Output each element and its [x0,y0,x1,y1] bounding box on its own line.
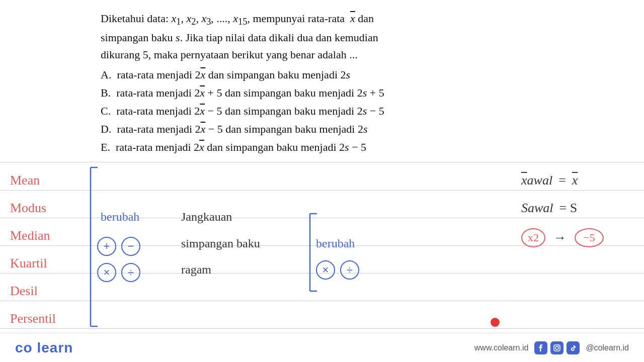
berubah-right-text: berubah [316,237,355,250]
blue-bracket-mid [306,213,321,292]
option-d: D. rata-rata menjadi 2x − 5 dan simpanga… [101,121,624,138]
sawal-label: Sawal [521,201,553,216]
divide-op-right: ÷ [340,260,359,280]
ops-row-times-divide: × ÷ [97,263,140,282]
eq-sign-1: = [558,173,566,188]
footer: co learn www.colearn.id [0,333,644,362]
option-b: B. rata-rata menjadi 2x + 5 dan simpanga… [101,84,624,102]
ops-row-right: × ÷ [316,260,359,280]
times-op: × [97,263,116,282]
cursor-dot [491,318,500,327]
xawal-label: xawal [521,173,552,188]
divide-op: ÷ [121,263,140,282]
svg-point-8 [558,345,559,346]
svg-rect-6 [554,345,560,351]
eq-sign-2: = S [559,201,578,216]
footer-logo: co learn [15,340,73,356]
option-a: A. rata-rata menjadi 2x dan simpangan ba… [101,66,624,83]
berubah-left-text: berubah [101,210,139,224]
annotation-area: Mean Modus Median Kuartil Desil Persenti… [0,162,644,353]
label-median: Median [10,222,56,249]
ops-row-plus-minus: + − [97,237,140,256]
label-modus: Modus [10,194,56,222]
circle-neg5: −5 [575,228,604,247]
footer-url: www.colearn.id [474,343,529,352]
question-intro: Diketahui data: x1, x2, x3, ...., x15, m… [101,10,624,63]
svg-point-7 [555,346,558,349]
plus-op: + [97,237,116,256]
label-desil: Desil [10,277,56,305]
question-area: Diketahui data: x1, x2, x3, ...., x15, m… [0,0,644,162]
eq-line-transform: x2 → −5 [521,224,604,251]
footer-handle: @colearn.id [586,343,629,352]
label-mean: Mean [10,166,56,194]
right-equations: xawal = x Sawal = S x2 → −5 [521,166,604,251]
eq-line-std: Sawal = S [521,194,604,222]
instagram-icon[interactable] [550,341,564,354]
left-labels: Mean Modus Median Kuartil Desil Persenti… [10,166,56,332]
grid-line-6 [0,328,644,329]
option-e: E. rata-rata menjadi 2x dan simpangan ba… [101,139,624,156]
label-kuartil: Kuartil [10,249,56,277]
circle-x2: x2 [521,228,545,247]
times-op-right: × [316,260,335,280]
arrow-symbol: → [553,230,567,245]
options-list: A. rata-rata menjadi 2x dan simpangan ba… [101,66,624,156]
xbar-val: x [572,173,578,188]
eq-line-mean: xawal = x [521,166,604,194]
ragam-label: ragam [181,263,211,277]
option-c: C. rata-rata menjadi 2x − 5 dan simpanga… [101,103,624,120]
simpangan-baku-label: simpangan baku [181,237,260,250]
footer-right: www.colearn.id [474,341,629,354]
jangkauan-label: Jangkauan [181,210,232,224]
facebook-icon[interactable] [534,341,547,354]
tiktok-icon[interactable] [567,341,580,354]
minus-op: − [121,237,140,256]
label-persentil: Persentil [10,305,56,332]
footer-icons [534,341,580,354]
